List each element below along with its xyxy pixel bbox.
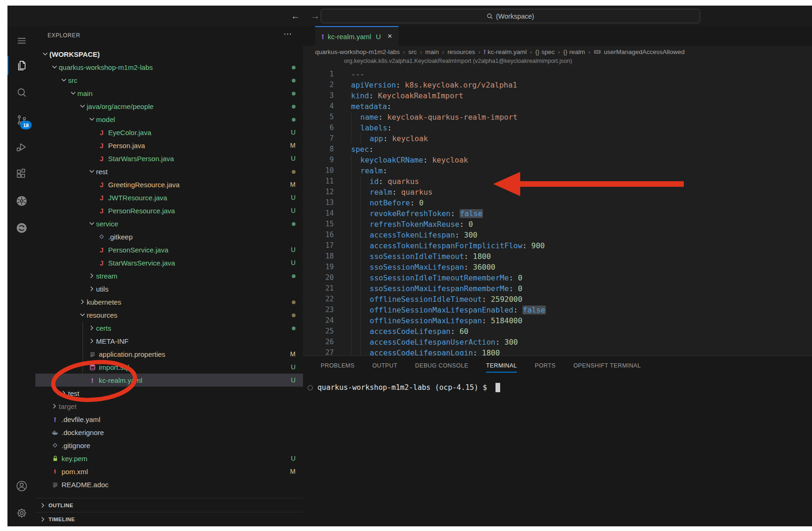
panel-tab-output[interactable]: OUTPUT xyxy=(372,356,398,375)
tree-item-java-org-acme-people[interactable]: java/org/acme/people xyxy=(35,100,303,113)
code-line[interactable]: 21ssoSessionMaxLifespanRememberMe: 0 xyxy=(303,283,812,294)
breadcrumb-item[interactable]: !kc-realm.yaml xyxy=(484,48,527,55)
breadcrumb-item[interactable]: resources xyxy=(447,48,475,55)
code-line[interactable]: 12realm: quarkus xyxy=(303,187,812,197)
breadcrumb: quarkus-workshop-m1m2-labs›src›main›reso… xyxy=(303,46,812,58)
code-line[interactable]: 13notBefore: 0 xyxy=(303,197,812,208)
git-status-badge: U xyxy=(291,155,296,162)
code-line[interactable]: 27accessCodeLifespanLogin: 1800 xyxy=(303,347,812,355)
tree-item-eyecolor-java[interactable]: JEyeColor.javaU xyxy=(35,126,303,139)
tree-item-starwarsservice-java[interactable]: JStarWarsService.javaU xyxy=(35,256,303,269)
maven-pom-icon xyxy=(52,468,58,475)
breadcrumb-item[interactable]: quarkus-workshop-m1m2-labs xyxy=(315,48,400,55)
code-line[interactable]: 2apiVersion: k8s.keycloak.org/v2alpha1 xyxy=(303,80,812,90)
tree-item-starwarsperson-java[interactable]: JStarWarsPerson.javaU xyxy=(35,152,303,165)
tree-item-label: README.adoc xyxy=(62,481,109,489)
tree-item-test[interactable]: test xyxy=(35,387,303,400)
code-line[interactable]: 4metadata: xyxy=(303,101,812,112)
code-line[interactable]: 5name: keycloak-quarkus-realm-import xyxy=(303,112,812,123)
command-center-search[interactable]: (Workspace) xyxy=(321,9,700,23)
tree-item-application-properties[interactable]: application.propertiesM xyxy=(35,347,303,361)
tree-item--gitignore[interactable]: .gitignore xyxy=(35,439,303,452)
tree-item-rest[interactable]: rest xyxy=(35,165,303,178)
tree-item-pom-xml[interactable]: pom.xmlM xyxy=(35,465,303,478)
panel-tab-debug-console[interactable]: DEBUG CONSOLE xyxy=(415,356,468,375)
tree-item-service[interactable]: service xyxy=(35,217,303,230)
code-line[interactable]: 11id: quarkus xyxy=(303,176,812,187)
code-line[interactable]: 8spec: xyxy=(303,144,812,155)
tab-kc-realm-yaml[interactable]: ! kc-realm.yaml U × xyxy=(315,26,399,46)
code-line[interactable]: 20ssoSessionIdleTimeoutRememberMe: 0 xyxy=(303,272,812,283)
panel-tab-openshift-terminal[interactable]: OPENSHIFT TERMINAL xyxy=(573,356,641,375)
tree-item-key-pem[interactable]: key.pemU xyxy=(35,452,303,465)
code-line[interactable]: 9keycloakCRName: keycloak xyxy=(303,155,812,165)
tree-item-jwtresource-java[interactable]: JJWTResource.javaU xyxy=(35,191,303,204)
tree-item-resources[interactable]: resources xyxy=(35,308,303,321)
code-line[interactable]: 22offlineSessionIdleTimeout: 2592000 xyxy=(303,294,812,305)
activity-kubernetes[interactable] xyxy=(7,187,35,214)
activity-explorer[interactable] xyxy=(7,52,35,79)
tree-item-greetingresource-java[interactable]: JGreetingResource.javaM xyxy=(35,178,303,191)
code-line[interactable]: 25accessCodeLifespan: 60 xyxy=(303,326,812,337)
code-line[interactable]: 14revokeRefreshToken: false xyxy=(303,208,812,219)
code-line[interactable]: 18ssoSessionIdleTimeout: 1800 xyxy=(303,251,812,262)
terminal[interactable]: quarkus-workshop-m1m2-labs (ocp-4.15) $ xyxy=(308,383,812,392)
tree-item-readme-adoc[interactable]: README.adoc xyxy=(35,478,303,491)
activity-account[interactable] xyxy=(7,472,35,499)
code-line[interactable]: 10realm: xyxy=(303,165,812,176)
tree-item-src[interactable]: src xyxy=(35,74,303,87)
tab-close-icon[interactable]: × xyxy=(387,32,392,41)
tree-item-kubernetes[interactable]: kubernetes xyxy=(35,295,303,308)
tree-item-meta-inf[interactable]: META-INF xyxy=(35,334,303,347)
panel-tab-terminal[interactable]: TERMINAL xyxy=(486,356,517,375)
tree-item-main[interactable]: main xyxy=(35,87,303,100)
explorer-more-actions-icon[interactable]: ⋯ xyxy=(283,29,293,39)
code-line[interactable]: 15refreshTokenMaxReuse: 0 xyxy=(303,219,812,230)
code-line[interactable]: 16accessTokenLifespan: 300 xyxy=(303,230,812,240)
tree-item-personservice-java[interactable]: JPersonService.javaU xyxy=(35,243,303,256)
code-line[interactable]: 3kind: KeycloakRealmImport xyxy=(303,90,812,101)
tree-item--gitkeep[interactable]: .gitkeep xyxy=(35,230,303,243)
code-line[interactable]: 23offlineSessionMaxLifespanEnabled: fals… xyxy=(303,305,812,315)
code-line[interactable]: 24offlineSessionMaxLifespan: 5184000 xyxy=(303,315,812,326)
chevron-down-icon xyxy=(51,63,58,71)
sidebar-section-outline[interactable]: OUTLINE xyxy=(35,498,303,512)
tree-item-target[interactable]: target xyxy=(35,400,303,413)
tree-item-person-java[interactable]: JPerson.javaM xyxy=(35,139,303,152)
nav-back-icon[interactable]: ← xyxy=(291,11,300,21)
tree-item-model[interactable]: model xyxy=(35,113,303,126)
tree-item--devfile-yaml[interactable]: !.devfile.yaml xyxy=(35,413,303,426)
sidebar-section-timeline[interactable]: TIMELINE xyxy=(35,512,303,526)
activity-source-control[interactable]: 18 xyxy=(7,106,35,133)
breadcrumb-item[interactable]: main xyxy=(425,48,439,55)
tree-item--dockerignore[interactable]: .dockerignore xyxy=(35,426,303,439)
panel-tab-problems[interactable]: PROBLEMS xyxy=(321,356,355,375)
activity-menu[interactable] xyxy=(7,29,35,52)
tree-item-kc-realm-yaml[interactable]: !kc-realm.yamlU xyxy=(35,374,303,387)
code-editor[interactable]: 1---2apiVersion: k8s.keycloak.org/v2alph… xyxy=(303,69,812,355)
code-line[interactable]: 6labels: xyxy=(303,123,812,133)
activity-openshift-sync[interactable] xyxy=(7,214,35,241)
activity-extensions[interactable] xyxy=(7,160,35,187)
code-line[interactable]: 26accessCodeLifespanUserAction: 300 xyxy=(303,337,812,347)
tree-item-stream[interactable]: stream xyxy=(35,269,303,282)
breadcrumb-item[interactable]: userManagedAccessAllowed xyxy=(593,48,684,55)
tree-item-utils[interactable]: utils xyxy=(35,282,303,295)
breadcrumb-item[interactable]: {}realm xyxy=(563,48,585,55)
tree-item-quarkus-workshop-m1m2-labs[interactable]: quarkus-workshop-m1m2-labs xyxy=(35,61,303,74)
code-line[interactable]: 17accessTokenLifespanForImplicitFlow: 90… xyxy=(303,240,812,251)
breadcrumb-item[interactable]: {}spec xyxy=(535,48,555,55)
tree-item-certs[interactable]: certs xyxy=(35,321,303,334)
activity-settings[interactable] xyxy=(7,499,35,526)
tree-item-import-sql[interactable]: import.sqlU xyxy=(35,361,303,374)
activity-search[interactable] xyxy=(7,79,35,106)
code-line[interactable]: 7app: keycloak xyxy=(303,133,812,144)
activity-run-debug[interactable] xyxy=(7,133,35,160)
tree-item--workspace-[interactable]: (WORKSPACE) xyxy=(35,48,303,61)
panel-tab-ports[interactable]: PORTS xyxy=(535,356,556,375)
tree-item-personresource-java[interactable]: JPersonResource.javaU xyxy=(35,204,303,217)
code-line[interactable]: 1--- xyxy=(303,69,812,80)
code-line[interactable]: 19ssoSessionMaxLifespan: 36000 xyxy=(303,262,812,272)
nav-forward-icon[interactable]: → xyxy=(310,11,320,21)
breadcrumb-item[interactable]: src xyxy=(408,48,417,55)
